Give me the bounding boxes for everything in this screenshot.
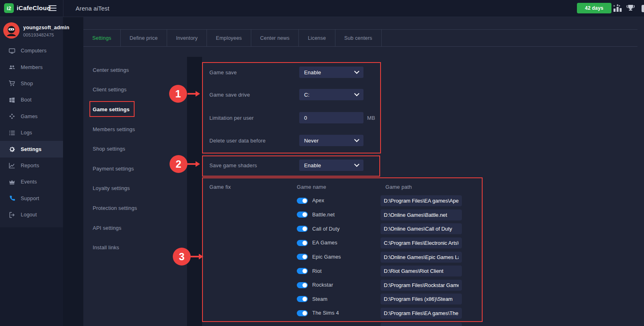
save-shaders-select[interactable]: Enable bbox=[299, 160, 363, 171]
game-save-drive-label: Game save drive bbox=[209, 92, 250, 98]
tab-label: Settings bbox=[92, 35, 111, 41]
members-icon bbox=[9, 64, 15, 71]
annotation-circle-2: 2 bbox=[170, 155, 187, 173]
game-fix-row-steam: Steam bbox=[297, 292, 482, 306]
license-days-badge[interactable]: 42 days bbox=[577, 3, 611, 13]
logout-icon bbox=[9, 212, 15, 218]
game-path-input[interactable] bbox=[381, 209, 462, 220]
game-save-select[interactable]: Enable bbox=[299, 67, 363, 78]
tab-label: License bbox=[308, 35, 326, 41]
annotation-circle-1: 1 bbox=[169, 85, 187, 103]
game-fix-rows: Apex Battle.net Call of Duty EA Games Ep… bbox=[297, 194, 482, 320]
sidebar-item-members[interactable]: Members bbox=[0, 59, 63, 75]
tab-employees[interactable]: Employees bbox=[207, 30, 251, 46]
game-path-input[interactable] bbox=[381, 223, 462, 234]
tab-settings[interactable]: Settings bbox=[83, 30, 121, 46]
sidebar-item-label: Events bbox=[21, 179, 37, 185]
content-gutter bbox=[187, 57, 202, 326]
game-save-value: Enable bbox=[304, 69, 321, 76]
game-enabled-toggle[interactable] bbox=[297, 310, 308, 316]
sidebar-item-label: Support bbox=[21, 196, 39, 201]
avatar[interactable] bbox=[3, 22, 20, 39]
subnav-item-members-settings[interactable]: Members settings bbox=[93, 119, 178, 139]
chevron-down-icon bbox=[354, 91, 359, 96]
subnav-item-label: Install links bbox=[93, 244, 119, 250]
game-path-input[interactable] bbox=[381, 294, 462, 304]
sidebar-item-label: Computers bbox=[21, 48, 46, 54]
tab-sub-centers[interactable]: Sub centers bbox=[335, 30, 382, 46]
game-path-input[interactable] bbox=[381, 266, 462, 276]
limitation-input[interactable] bbox=[299, 112, 363, 123]
sidebar-item-games[interactable]: Games bbox=[0, 108, 63, 125]
annotation-arrow-3 bbox=[191, 254, 203, 259]
subnav-item-api-settings[interactable]: API settings bbox=[93, 218, 178, 238]
sidebar-item-support[interactable]: Support bbox=[0, 190, 63, 207]
game-fix-row-riot: Riot bbox=[297, 264, 482, 278]
events-icon bbox=[9, 179, 15, 186]
tab-define-price[interactable]: Define price bbox=[121, 30, 167, 46]
game-enabled-toggle[interactable] bbox=[297, 254, 308, 260]
limitation-label: Limitation per user bbox=[209, 115, 254, 121]
game-path-input[interactable] bbox=[381, 308, 462, 319]
game-fix-label: Game fix bbox=[209, 184, 231, 190]
subnav-item-label: Protection settings bbox=[93, 205, 137, 211]
game-path-input[interactable] bbox=[381, 280, 462, 291]
game-save-drive-select[interactable]: C: bbox=[299, 89, 363, 100]
subnav-item-shop-settings[interactable]: Shop settings bbox=[93, 139, 178, 159]
game-name: Epic Games bbox=[312, 254, 341, 260]
game-save-drive-value: C: bbox=[304, 92, 309, 98]
user-id: 005193482475 bbox=[23, 32, 54, 37]
subnav-item-loyalty-settings[interactable]: Loyalty settings bbox=[93, 179, 178, 199]
subnav-item-game-settings[interactable]: Game settings bbox=[93, 99, 178, 119]
sidebar-item-label: Logout bbox=[21, 212, 37, 218]
tab-license[interactable]: License bbox=[299, 30, 335, 46]
game-path-input[interactable] bbox=[381, 252, 462, 263]
subnav-item-label: Center settings bbox=[93, 67, 129, 73]
subnav-item-protection-settings[interactable]: Protection settings bbox=[93, 198, 178, 218]
game-path-input[interactable] bbox=[381, 237, 462, 248]
topbar-divider bbox=[63, 0, 63, 17]
limitation-unit: MB bbox=[367, 115, 375, 121]
game-enabled-toggle[interactable] bbox=[297, 212, 308, 218]
tab-label: Define price bbox=[130, 35, 158, 41]
username: youngzsoft_admin bbox=[23, 25, 70, 30]
delete-before-select[interactable]: Never bbox=[299, 135, 363, 146]
subnav-item-install-links[interactable]: Install links bbox=[93, 237, 178, 257]
hamburger-menu-icon[interactable] bbox=[48, 5, 57, 13]
sidebar-item-label: Reports bbox=[21, 163, 39, 168]
game-enabled-toggle[interactable] bbox=[297, 268, 308, 274]
game-path-input[interactable] bbox=[381, 195, 462, 206]
game-enabled-toggle[interactable] bbox=[297, 226, 308, 232]
tab-center-news[interactable]: Center news bbox=[251, 30, 299, 46]
sidebar-item-label: Settings bbox=[21, 147, 41, 152]
sidebar-item-settings[interactable]: Settings bbox=[0, 141, 63, 157]
chevron-down-icon bbox=[354, 162, 359, 167]
sidebar-item-reports[interactable]: Reports bbox=[0, 158, 63, 174]
game-name: Steam bbox=[312, 296, 327, 302]
sidebar-item-boot[interactable]: Boot bbox=[0, 92, 63, 108]
tab-inventory[interactable]: Inventory bbox=[167, 30, 207, 46]
game-name: Call of Duty bbox=[312, 226, 340, 232]
game-enabled-toggle[interactable] bbox=[297, 240, 308, 246]
game-enabled-toggle[interactable] bbox=[297, 198, 308, 204]
sidebar-item-label: Games bbox=[21, 114, 38, 119]
game-enabled-toggle[interactable] bbox=[297, 296, 308, 302]
sidebar-item-events[interactable]: Events bbox=[0, 174, 63, 190]
trophy-icon[interactable] bbox=[626, 4, 635, 15]
game-name-column-header: Game name bbox=[297, 184, 326, 190]
sidebar-item-computers[interactable]: Computers bbox=[0, 43, 63, 59]
subnav-item-client-settings[interactable]: Client settings bbox=[93, 80, 178, 100]
game-enabled-toggle[interactable] bbox=[297, 282, 308, 288]
sidebar-item-shop[interactable]: Shop bbox=[0, 76, 63, 92]
sidebar-item-logout[interactable]: Logout bbox=[0, 207, 63, 223]
sidebar-item-label: Logs bbox=[21, 130, 32, 136]
subnav-item-center-settings[interactable]: Center settings bbox=[93, 60, 178, 80]
boot-icon bbox=[9, 97, 15, 104]
subnav-item-label: Loyalty settings bbox=[93, 185, 130, 191]
leaderboard-icon[interactable] bbox=[613, 4, 622, 15]
subnav-item-label: Members settings bbox=[93, 126, 135, 132]
subnav-item-payment-settings[interactable]: Payment settings bbox=[93, 159, 178, 179]
sidebar-item-logs[interactable]: Logs bbox=[0, 125, 63, 141]
game-path-input-partial[interactable] bbox=[381, 323, 462, 326]
partial-clipped-icon[interactable] bbox=[641, 4, 644, 15]
